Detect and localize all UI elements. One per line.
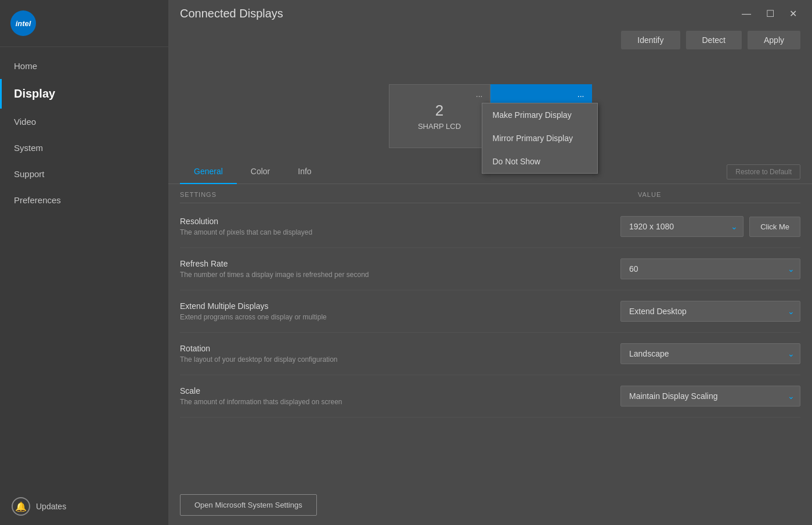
updates-label: Updates (36, 502, 66, 511)
monitor-1: ... 1 Built-In Make Primary Display Mirr… (490, 84, 592, 148)
monitor-2-menu-btn[interactable]: ... (474, 88, 485, 100)
refresh-desc: The number of times a display image is r… (180, 271, 620, 279)
sidebar-footer: 🔔 Updates (0, 488, 168, 525)
monitor-2: ... 2 SHARP LCD (389, 84, 490, 148)
dropdown-mirror-primary[interactable]: Mirror Primary Display (482, 127, 597, 150)
refresh-select-wrapper: 60 ⌄ (620, 258, 800, 279)
setting-row-scale: Scale The amount of information thats di… (180, 375, 800, 418)
page-title: Connected Displays (180, 7, 283, 20)
scale-control: Maintain Display Scaling ⌄ (620, 386, 800, 407)
settings-content: SETTINGS VALUE Resolution The amount of … (168, 184, 812, 485)
window-controls: — ☐ ✕ (738, 7, 800, 20)
identify-button[interactable]: Identify (621, 31, 680, 49)
display-dropdown-menu: Make Primary Display Mirror Primary Disp… (482, 103, 598, 174)
refresh-select[interactable]: 60 (620, 258, 800, 279)
sidebar-item-support[interactable]: Support (0, 161, 168, 187)
main-panel: Connected Displays — ☐ ✕ Identify Detect… (168, 0, 812, 525)
rotation-desc: The layout of your desktop for display c… (180, 355, 620, 364)
resolution-label: Resolution (180, 217, 620, 226)
setting-info-extend: Extend Multiple Displays Extend programs… (180, 301, 620, 321)
tabs-left: General Color Info (180, 160, 326, 184)
resolution-select-wrapper: 1920 x 1080 ⌄ (620, 216, 744, 237)
refresh-label: Refresh Rate (180, 259, 620, 268)
setting-info-rotation: Rotation The layout of your desktop for … (180, 344, 620, 364)
extend-select-wrapper: Extend Desktop ⌄ (620, 301, 800, 322)
scale-select-wrapper: Maintain Display Scaling ⌄ (620, 386, 800, 407)
intel-logo-text: intel (16, 19, 31, 28)
scale-desc: The amount of information thats displaye… (180, 398, 620, 406)
intel-logo: intel (10, 10, 36, 36)
sidebar-header: intel (0, 0, 168, 47)
refresh-control: 60 ⌄ (620, 258, 800, 279)
bottom-actions: Open Microsoft System Settings (168, 485, 812, 525)
sidebar-item-home[interactable]: Home (0, 53, 168, 79)
rotation-control: Landscape ⌄ (620, 343, 800, 364)
maximize-button[interactable]: ☐ (763, 7, 778, 20)
rotation-select[interactable]: Landscape (620, 343, 800, 364)
top-actions: Identify Detect Apply (168, 25, 812, 55)
detect-button[interactable]: Detect (686, 31, 742, 49)
bell-icon[interactable]: 🔔 (12, 497, 30, 516)
resolution-control: 1920 x 1080 ⌄ Click Me (620, 216, 800, 237)
dropdown-make-primary[interactable]: Make Primary Display (482, 103, 597, 127)
monitor-2-number: 2 (435, 102, 443, 120)
tab-info[interactable]: Info (284, 160, 325, 184)
extend-select[interactable]: Extend Desktop (620, 301, 800, 322)
setting-row-refresh-rate: Refresh Rate The number of times a displ… (180, 248, 800, 290)
rotation-label: Rotation (180, 344, 620, 353)
setting-info-refresh: Refresh Rate The number of times a displ… (180, 259, 620, 279)
setting-row-rotation: Rotation The layout of your desktop for … (180, 333, 800, 375)
resolution-select[interactable]: 1920 x 1080 (620, 216, 744, 237)
minimize-button[interactable]: — (738, 8, 755, 20)
resolution-desc: The amount of pixels that can be display… (180, 228, 620, 236)
setting-row-resolution: Resolution The amount of pixels that can… (180, 206, 800, 248)
sidebar-item-video[interactable]: Video (0, 109, 168, 135)
ms-settings-button[interactable]: Open Microsoft System Settings (180, 494, 317, 516)
extend-control: Extend Desktop ⌄ (620, 301, 800, 322)
titlebar: Connected Displays — ☐ ✕ (168, 0, 812, 25)
tab-color[interactable]: Color (237, 160, 284, 184)
restore-default-button[interactable]: Restore to Default (727, 164, 800, 179)
click-me-button[interactable]: Click Me (749, 217, 800, 237)
dropdown-do-not-show[interactable]: Do Not Show (482, 150, 597, 173)
monitor-2-name: SHARP LCD (418, 122, 461, 131)
sidebar-item-preferences[interactable]: Preferences (0, 187, 168, 213)
setting-info-resolution: Resolution The amount of pixels that can… (180, 217, 620, 236)
sidebar-item-display[interactable]: Display (0, 79, 168, 109)
scale-label: Scale (180, 386, 620, 395)
close-button[interactable]: ✕ (786, 7, 800, 20)
extend-desc: Extend programs across one display or mu… (180, 313, 620, 321)
setting-info-scale: Scale The amount of information thats di… (180, 386, 620, 406)
value-col-header: VALUE (638, 191, 800, 198)
monitor-box-2[interactable]: ... 2 SHARP LCD (389, 84, 490, 148)
settings-header: SETTINGS VALUE (180, 184, 800, 203)
tab-general[interactable]: General (180, 160, 237, 184)
display-area: ... 2 SHARP LCD ... 1 Built-In Make Prim… (168, 55, 812, 160)
monitor-1-menu-btn[interactable]: ... (575, 88, 587, 100)
settings-col-header: SETTINGS (180, 191, 638, 198)
sidebar-item-system[interactable]: System (0, 135, 168, 161)
scale-select[interactable]: Maintain Display Scaling (620, 386, 800, 407)
extend-label: Extend Multiple Displays (180, 301, 620, 311)
setting-row-extend: Extend Multiple Displays Extend programs… (180, 290, 800, 333)
rotation-select-wrapper: Landscape ⌄ (620, 343, 800, 364)
apply-button[interactable]: Apply (748, 31, 800, 49)
sidebar: intel Home Display Video System Support … (0, 0, 168, 525)
sidebar-nav: Home Display Video System Support Prefer… (0, 47, 168, 488)
